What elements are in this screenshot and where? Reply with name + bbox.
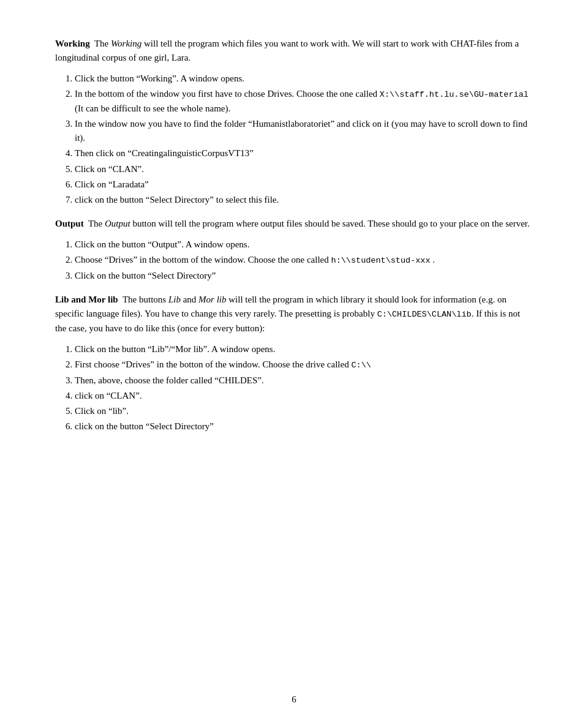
list-item: Then click on “CreatingalinguisticCorpus…	[75, 146, 533, 160]
list-item: Choose “Drives” in the bottom of the win…	[75, 253, 533, 268]
list-item: click on “CLAN”.	[75, 389, 533, 403]
list-item: click on the button “Select Directory” t…	[75, 193, 533, 207]
list-item: Click on the button “Select Directory”	[75, 269, 533, 283]
page-number: 6	[0, 693, 588, 707]
output-title-italic: Output	[105, 219, 130, 228]
output-intro-text: The Output button will tell the program …	[88, 219, 530, 228]
working-section: Working The Working will tell the progra…	[55, 37, 533, 207]
lib-title-italic2: Mor lib	[198, 295, 226, 304]
list-item: In the window now you have to find the f…	[75, 117, 533, 146]
working-title-italic: Working	[111, 39, 141, 48]
lib-intro-para: Lib and Mor lib The buttons Lib and Mor …	[55, 293, 533, 336]
lib-title-italic1: Lib	[168, 295, 181, 304]
list-item: Click on “lib”.	[75, 404, 533, 418]
lib-section: Lib and Mor lib The buttons Lib and Mor …	[55, 293, 533, 434]
code-lib-drive: C:\\	[351, 361, 371, 370]
list-item: click on the button “Select Directory”	[75, 419, 533, 434]
working-title-bold: Working	[55, 39, 90, 48]
list-item: Click on the button “Lib”/“Mor lib”. A w…	[75, 342, 533, 356]
lib-intro-text: The buttons Lib and Mor lib will tell th…	[55, 295, 520, 333]
code-working-drive: X:\\staff.ht.lu.se\GU-material	[380, 90, 529, 99]
output-steps-list: Click on the button “Output”. A window o…	[75, 238, 533, 283]
output-intro-rest: button will tell the program where outpu…	[130, 219, 530, 228]
output-title-bold: Output	[55, 219, 84, 228]
list-item: Click on “Laradata”	[75, 178, 533, 192]
working-intro-para: Working The Working will tell the progra…	[55, 37, 533, 66]
output-section: Output The Output button will tell the p…	[55, 217, 533, 283]
code-lib-presetting: C:\CHILDES\CLAN\lib	[377, 310, 472, 319]
list-item: Click on “CLAN”.	[75, 162, 533, 176]
list-item: Click the button “Working”. A window ope…	[75, 72, 533, 86]
list-item: Then, above, choose the folder called “C…	[75, 374, 533, 388]
output-intro-para: Output The Output button will tell the p…	[55, 217, 533, 231]
list-item: Click on the button “Output”. A window o…	[75, 238, 533, 252]
page: Working The Working will tell the progra…	[0, 0, 588, 725]
code-output-drive: h:\\student\stud-xxx	[331, 256, 431, 265]
working-intro-text: The Working will tell the program which …	[55, 39, 519, 62]
lib-title-bold: Lib and Mor lib	[55, 295, 118, 304]
list-item: In the bottom of the window you first ha…	[75, 87, 533, 116]
working-steps-list: Click the button “Working”. A window ope…	[75, 72, 533, 208]
lib-steps-list: Click on the button “Lib”/“Mor lib”. A w…	[75, 342, 533, 434]
list-item: First choose “Drives” in the botton of t…	[75, 358, 533, 372]
